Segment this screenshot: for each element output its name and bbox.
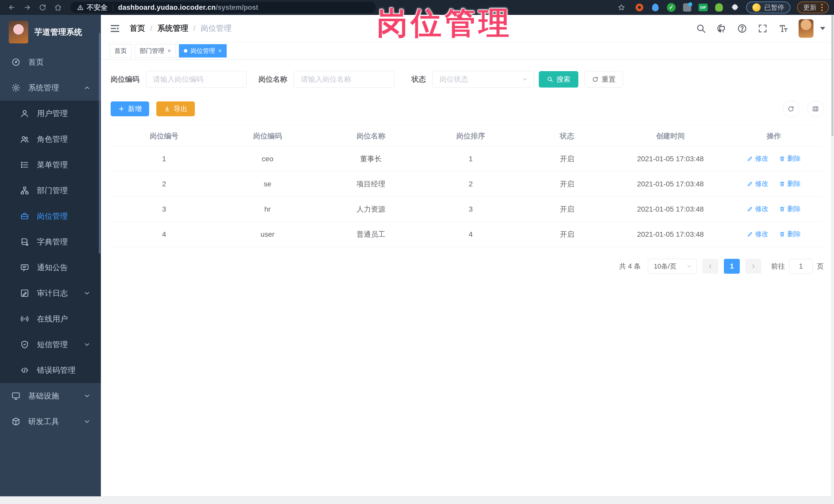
chevron-down-icon <box>83 392 91 399</box>
extension-check-icon[interactable]: ✓ <box>667 3 676 12</box>
sidebar-item-role-management[interactable]: 角色管理 <box>0 126 101 152</box>
pencil-icon <box>747 231 753 237</box>
caret-down-icon[interactable] <box>820 27 825 30</box>
sidebar-item-user-management[interactable]: 用户管理 <box>0 101 101 126</box>
avatar[interactable] <box>798 19 813 38</box>
sidebar-item-notice[interactable]: 通知公告 <box>0 255 101 280</box>
page-number-1[interactable]: 1 <box>724 259 740 274</box>
tab-home[interactable]: 首页 <box>110 44 132 58</box>
message-icon <box>20 263 29 272</box>
tab-post-management[interactable]: 岗位管理 × <box>179 44 227 58</box>
pagination-total: 共 4 条 <box>619 262 641 271</box>
scrollbar-thumb[interactable] <box>831 16 833 136</box>
sidebar-item-post-management[interactable]: 岗位管理 <box>0 203 101 229</box>
sidebar-item-online-users[interactable]: 在线用户 <box>0 306 101 332</box>
status-label: 状态 <box>412 74 426 84</box>
extension-notify-icon[interactable] <box>683 3 692 12</box>
chevron-left-icon <box>707 263 714 269</box>
extension-alien-icon[interactable] <box>715 3 724 12</box>
status-select[interactable]: 岗位状态 <box>433 71 534 88</box>
delete-link[interactable]: 删除 <box>779 154 800 163</box>
home-icon[interactable] <box>51 2 65 13</box>
extension-gif-icon[interactable]: GIF <box>699 3 708 12</box>
font-size-icon[interactable] <box>778 23 788 34</box>
delete-link[interactable]: 删除 <box>779 229 800 239</box>
sidebar-scrollbar[interactable] <box>99 33 101 254</box>
search-button[interactable]: 搜索 <box>539 71 578 88</box>
download-icon <box>164 106 171 112</box>
page-scrollbar[interactable] <box>831 15 834 504</box>
signal-icon <box>20 314 29 324</box>
code-icon <box>20 366 29 375</box>
prev-page-button[interactable] <box>702 259 718 274</box>
pencil-icon <box>747 206 753 212</box>
chrome-update-pill[interactable]: 更新 <box>797 2 829 13</box>
table-row: 2 se 项目经理 2 开启 2021-01-05 17:03:48 修改 删除 <box>111 172 824 197</box>
sidebar-item-sms-management[interactable]: 短信管理 <box>0 332 101 357</box>
navbar-actions <box>696 19 825 38</box>
sidebar-item-audit-log[interactable]: 审计日志 <box>0 280 101 306</box>
sidebar-logo-row[interactable]: 芋道管理系统 <box>0 15 101 49</box>
refresh-table-button[interactable] <box>783 101 799 117</box>
post-code-input[interactable] <box>146 71 247 88</box>
close-icon[interactable]: × <box>218 48 222 54</box>
sidebar-item-home[interactable]: 首页 <box>0 49 101 75</box>
refresh-icon <box>787 105 794 112</box>
security-chip[interactable]: 不安全 <box>77 3 108 12</box>
hamburger-icon[interactable] <box>110 23 120 34</box>
edit-link[interactable]: 修改 <box>747 204 769 213</box>
paused-extension-pill[interactable]: 已暂停 <box>746 2 790 13</box>
sidebar-item-dict-management[interactable]: 字典管理 <box>0 229 101 255</box>
close-icon[interactable]: × <box>167 48 171 54</box>
fullscreen-icon[interactable] <box>758 23 768 34</box>
column-settings-button[interactable] <box>807 101 824 117</box>
address-bar[interactable]: 不安全 dashboard.yudao.iocoder.cn /system/p… <box>70 2 376 13</box>
browser-actions: ✓ GIF 已暂停 更新 <box>615 2 829 13</box>
breadcrumb-current: 岗位管理 <box>201 23 232 34</box>
extensions-puzzle-icon[interactable] <box>730 3 740 12</box>
org-tree-icon <box>20 186 29 195</box>
sidebar-item-dept-management[interactable]: 部门管理 <box>0 178 101 203</box>
extension-donut-icon[interactable] <box>635 3 644 12</box>
reload-icon[interactable] <box>36 2 49 13</box>
smiley-extension-icon <box>752 3 761 12</box>
extension-pin-icon[interactable] <box>651 3 660 12</box>
post-name-input[interactable] <box>294 71 395 88</box>
chevron-down-icon <box>83 341 91 348</box>
breadcrumb-home[interactable]: 首页 <box>130 23 145 34</box>
reset-button[interactable]: 重置 <box>585 71 623 88</box>
edit-square-icon <box>20 289 29 298</box>
back-icon[interactable] <box>5 2 19 13</box>
tab-dept-management[interactable]: 部门管理 × <box>135 44 176 58</box>
edit-link[interactable]: 修改 <box>747 229 769 239</box>
sidebar-item-infrastructure[interactable]: 基础设施 <box>0 383 101 409</box>
browser-menu-icon[interactable] <box>821 4 823 11</box>
goto-page-input[interactable] <box>789 259 813 274</box>
refresh-icon <box>592 76 599 83</box>
breadcrumb-system[interactable]: 系统管理 <box>157 23 188 34</box>
sidebar-item-error-code[interactable]: 错误码管理 <box>0 357 101 383</box>
edit-link[interactable]: 修改 <box>747 154 769 163</box>
pagination: 共 4 条 10条/页 1 前往 页 <box>111 259 824 274</box>
delete-link[interactable]: 删除 <box>779 179 800 188</box>
delete-link[interactable]: 删除 <box>779 204 800 213</box>
help-icon[interactable] <box>737 23 747 34</box>
sidebar-item-system-management[interactable]: 系统管理 <box>0 75 101 101</box>
search-icon[interactable] <box>696 23 706 34</box>
tags-view-bar: 首页 部门管理 × 岗位管理 × <box>101 42 834 60</box>
forward-icon[interactable] <box>21 2 34 13</box>
monitor-icon <box>11 391 21 400</box>
next-page-button[interactable] <box>745 259 761 274</box>
sidebar-item-dev-tools[interactable]: 研发工具 <box>0 409 101 434</box>
export-button[interactable]: 导出 <box>156 102 195 116</box>
edit-link[interactable]: 修改 <box>747 179 769 188</box>
page-size-select[interactable]: 10条/页 <box>648 259 697 274</box>
sidebar-item-menu-management[interactable]: 菜单管理 <box>0 152 101 178</box>
posts-table: 岗位编号 岗位编码 岗位名称 岗位排序 状态 创建时间 操作 1 ceo 董事长… <box>111 126 824 247</box>
github-icon[interactable] <box>717 23 727 34</box>
bookmark-star-icon[interactable] <box>615 2 628 13</box>
pencil-icon <box>747 156 753 162</box>
main-panel: 首页 / 系统管理 / 岗位管理 首页 部门管理 × <box>101 15 834 496</box>
security-label: 不安全 <box>87 3 108 12</box>
add-button[interactable]: 新增 <box>111 102 149 116</box>
